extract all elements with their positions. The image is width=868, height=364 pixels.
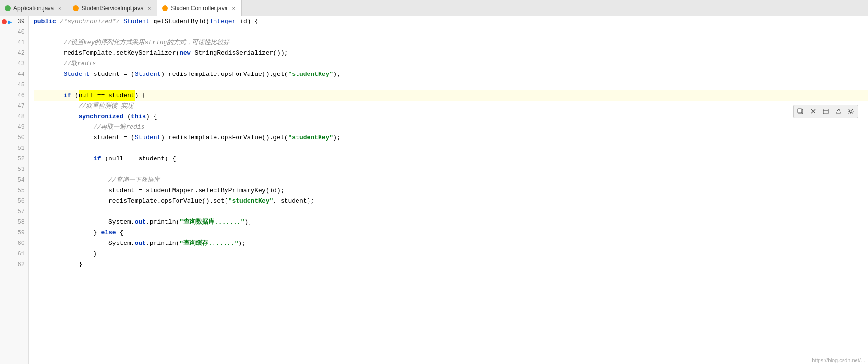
code-content[interactable]: public /*synchronized*/ Student getStude… (29, 16, 868, 364)
code-line-44: Student student = (Student) redisTemplat… (34, 69, 868, 80)
line-num-50: 50 (0, 133, 28, 143)
bottom-hint: https://blog.csdn.net/... (809, 356, 868, 364)
code-line-42: redisTemplate.setKeySerializer(new Strin… (34, 48, 868, 59)
code-line-40 (34, 27, 868, 37)
tab-studentserviceimpl[interactable]: StudentServiceImpl.java × (68, 0, 158, 16)
tab-icon-orange-2 (162, 5, 168, 11)
code-line-47: //双重检测锁 实现 (34, 101, 868, 111)
code-line-52: if (null == student) { (34, 154, 868, 164)
line-num-44: 44 (0, 69, 28, 80)
code-line-58: System.out.println("查询数据库......."); (34, 217, 868, 228)
line-num-48: 48 (0, 111, 28, 122)
tab-label-studentcontroller: StudentController.java (171, 5, 227, 12)
line-num-58: 58 (0, 217, 28, 228)
copy-icon[interactable] (796, 106, 806, 117)
close-icon[interactable] (808, 106, 819, 117)
tab-icon-green (5, 5, 11, 11)
line-num-54: 54 (0, 175, 28, 185)
code-line-56: redisTemplate.opsForValue().set("student… (34, 196, 868, 206)
code-line-60: System.out.println("查询缓存......."); (34, 238, 868, 249)
code-line-50: student = (Student) redisTemplate.opsFor… (34, 133, 868, 143)
tab-close-studentserviceimpl[interactable]: × (146, 5, 152, 12)
settings-icon[interactable] (845, 106, 856, 117)
code-line-41: //设置key的序列化方式采用string的方式，可读性比较好 (34, 37, 868, 48)
code-line-62: } (34, 259, 868, 270)
line-num-40: 40 (0, 27, 28, 37)
tab-bar: Application.java × StudentServiceImpl.ja… (0, 0, 868, 16)
line-num-52: 52 (0, 154, 28, 164)
code-line-59: } else { (34, 228, 868, 238)
code-line-51 (34, 143, 868, 154)
breakpoint-marker (2, 19, 7, 24)
window-icon[interactable] (820, 106, 831, 117)
tab-close-application[interactable]: × (57, 5, 62, 12)
line-num-45: 45 (0, 80, 28, 90)
svg-rect-4 (823, 109, 828, 114)
floating-toolbar (793, 105, 858, 118)
line-num-57: 57 (0, 206, 28, 217)
svg-point-7 (850, 110, 852, 113)
line-num-47: 47 (0, 101, 28, 111)
line-numbers: ▶ 39 40 41 42 43 44 45 46 47 48 49 50 51… (0, 16, 29, 364)
tab-label-application: Application.java (13, 5, 54, 12)
code-line-45 (34, 80, 868, 90)
line-num-39: ▶ 39 (0, 16, 28, 27)
code-line-49: //再取一遍redis (34, 122, 868, 133)
editor-area: ▶ 39 40 41 42 43 44 45 46 47 48 49 50 51… (0, 16, 868, 364)
tab-studentcontroller[interactable]: StudentController.java × (157, 0, 242, 16)
tab-close-studentcontroller[interactable]: × (230, 5, 236, 12)
line-num-51: 51 (0, 143, 28, 154)
tab-application[interactable]: Application.java × (0, 0, 68, 16)
export-icon[interactable] (833, 106, 844, 117)
code-line-39: public /*synchronized*/ Student getStude… (34, 16, 868, 27)
code-line-48: synchronized (this) { (34, 111, 868, 122)
code-line-61: } (34, 249, 868, 259)
tab-icon-orange-1 (73, 5, 79, 11)
line-num-59: 59 (0, 228, 28, 238)
arrow-marker: ▶ (8, 18, 12, 26)
code-line-53 (34, 164, 868, 175)
code-line-55: student = studentMapper.selectByPrimaryK… (34, 185, 868, 196)
code-line-43: //取redis (34, 59, 868, 69)
line-num-62: 62 (0, 259, 28, 270)
line-num-49: 49 (0, 122, 28, 133)
line-num-43: 43 (0, 59, 28, 69)
tab-label-studentserviceimpl: StudentServiceImpl.java (82, 5, 143, 12)
code-line-54: //查询一下数据库 (34, 175, 868, 185)
line-num-41: 41 (0, 37, 28, 48)
line-num-55: 55 (0, 185, 28, 196)
svg-rect-1 (798, 109, 802, 113)
svg-line-6 (837, 109, 839, 111)
code-line-57 (34, 206, 868, 217)
line-num-60: 60 (0, 238, 28, 249)
code-line-46: if (null == student) { (34, 90, 868, 101)
line-num-46: 46 (0, 90, 28, 101)
line-num-56: 56 (0, 196, 28, 206)
line-num-61: 61 (0, 249, 28, 259)
line-num-53: 53 (0, 164, 28, 175)
line-num-42: 42 (0, 48, 28, 59)
